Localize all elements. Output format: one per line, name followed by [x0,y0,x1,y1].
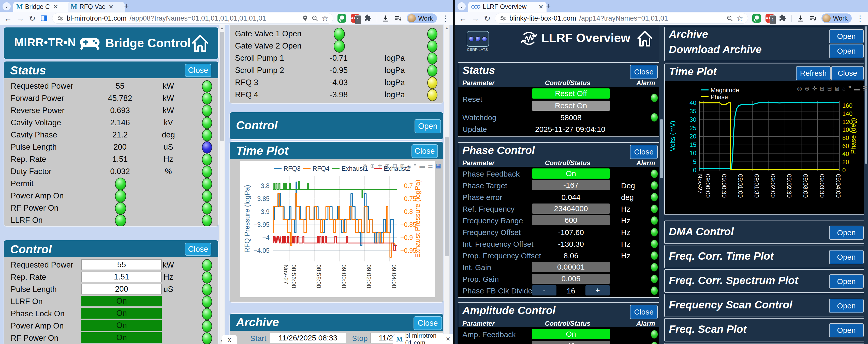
column-scrollbar[interactable] [659,25,664,344]
toggle-on-button[interactable]: On [82,320,162,331]
notification-close-box[interactable]: x [222,335,237,344]
extensions-puzzle-icon[interactable] [779,14,787,22]
tab-close-icon[interactable]: ✕ [538,3,544,10]
zoom-out-icon[interactable]: ⊟ [827,85,832,92]
value-field[interactable]: 600 [532,215,610,226]
scrollbar-thumb[interactable] [445,137,448,256]
evernote-extension-icon[interactable] [752,14,761,23]
scrollbar-thumb[interactable] [660,119,663,178]
hover-compare-icon[interactable]: ▬ [854,85,860,92]
back-icon[interactable]: ← [459,14,467,22]
address-bar[interactable]: blinky-lite-box-01.com/app14?trayNames=0… [495,13,748,23]
browser-menu-icon[interactable]: ⋮ [856,14,864,23]
value-field[interactable]: 23464000 [532,204,610,214]
new-tab-button[interactable]: + [544,2,553,11]
vacuum-time-plot-chart[interactable]: −3.8−3.85−3.9−3.95−4−4.05−0.7−0.75−0.8−0… [240,161,435,297]
close-button[interactable]: Close [411,144,438,158]
on-toggle-button[interactable]: On [532,329,610,339]
reset-axes-icon[interactable]: ⌂ [407,163,411,169]
red-extension-icon[interactable]: ●●● 1 [766,14,774,23]
scroll-up-icon[interactable]: ▲ [444,25,450,31]
value-field[interactable]: 40 [532,341,610,344]
open-button[interactable]: Open [829,299,864,313]
pan-icon[interactable]: ✛ [378,163,382,169]
tab-search-button[interactable]: ⌄ [458,2,466,10]
site-settings-icon[interactable] [57,15,64,22]
downloads-icon[interactable] [382,14,390,22]
toggle-on-button[interactable]: On [82,308,162,319]
camera-icon[interactable]: ◎ [797,85,802,92]
location-pin-icon[interactable] [302,15,309,22]
profile-chip[interactable]: Work [407,13,437,23]
bookmark-star-icon[interactable]: ☆ [321,14,328,22]
refresh-button[interactable]: Refresh [796,66,831,80]
tab-close-icon[interactable]: ✕ [108,3,114,10]
scroll-up-icon[interactable]: ▲ [219,25,224,31]
home-icon[interactable] [191,33,209,54]
site-settings-icon[interactable] [500,15,506,22]
home-icon[interactable] [637,29,653,48]
toggle-on-button[interactable]: On [82,332,162,343]
close-button[interactable]: Close [413,316,442,330]
scrollbar-thumb[interactable] [220,32,224,141]
zoom-out-icon[interactable]: ⊟ [393,163,397,169]
reset-off-button[interactable]: Reset Off [532,89,610,99]
close-button[interactable]: Close [831,66,864,80]
close-button[interactable]: Close [185,243,211,256]
on-toggle-button[interactable]: On [532,168,610,179]
camera-icon[interactable]: ◎ [363,163,367,169]
llrf-time-plot-chart[interactable]: 051015202530354002040608010012014016009:… [666,84,863,213]
reload-icon[interactable]: ↻ [29,14,36,22]
side-panel-icon[interactable] [40,14,48,22]
downloads-icon[interactable] [797,14,804,22]
open-button[interactable]: Open [829,323,864,337]
forward-icon[interactable]: → [471,14,479,22]
zoom-icon[interactable]: ⊕ [370,163,375,169]
tab-bridge-control[interactable]: M Bridge C ✕ [13,2,72,12]
decrement-button[interactable]: - [532,285,556,296]
tab-llrf-overview[interactable]: LLRF Overview ✕ [468,2,547,12]
red-extension-icon[interactable]: ●●● 1 [351,14,359,23]
value-field[interactable]: 0.00001 [532,262,610,272]
bookmark-star-icon[interactable]: ☆ [736,14,743,22]
reset-axes-icon[interactable]: ⌂ [842,85,845,92]
address-bar[interactable]: bl-mirrotron-01.com/app08?trayNames=01,0… [52,13,333,23]
close-button[interactable]: Close [185,64,211,77]
zoom-in-icon[interactable]: ⊞ [385,163,390,169]
start-datetime-input[interactable]: 11/26/2025 08:33 [270,333,346,343]
tab-search-button[interactable]: ⌄ [3,2,11,10]
reading-list-icon[interactable] [809,14,817,22]
forward-icon[interactable]: → [17,14,24,22]
hover-closest-icon[interactable]: ❞ [848,85,851,92]
reset-on-button[interactable]: Reset On [532,101,610,111]
column-scrollbar[interactable]: ▲ ▼ [444,25,450,344]
autoscale-icon[interactable]: ⊠ [835,85,839,92]
close-button[interactable]: Close [630,145,658,159]
plotly-logo-icon[interactable]: ▦ [436,163,441,169]
open-button[interactable]: Open [829,250,864,264]
tab-close-icon[interactable]: ✕ [53,3,58,10]
hover-closest-icon[interactable]: ❞ [414,163,417,169]
profile-chip[interactable]: Work [822,13,852,23]
close-button[interactable]: Close [630,305,658,319]
reload-icon[interactable]: ↻ [484,14,491,22]
open-button[interactable]: Open [829,29,864,43]
spikelines-icon[interactable]: ☰ [863,85,868,92]
zoom-in-icon[interactable]: ⊞ [820,85,824,92]
open-button[interactable]: Open [829,226,864,240]
spikelines-icon[interactable]: ☰ [428,163,433,169]
new-tab-button[interactable]: + [122,2,131,11]
open-button[interactable]: Open [829,274,864,288]
close-button[interactable]: Close [630,65,658,79]
tab-rfq-vacuum[interactable]: M RFQ Vac ✕ [68,2,125,12]
page-scrollbar[interactable] [864,25,868,344]
extensions-puzzle-icon[interactable] [364,14,372,22]
increment-button[interactable]: + [585,285,610,296]
evernote-extension-icon[interactable] [338,14,346,23]
autoscale-icon[interactable]: ⊠ [400,163,405,169]
zoom-indicator-icon[interactable] [726,15,733,22]
back-icon[interactable]: ← [4,14,12,22]
toggle-on-button[interactable]: On [82,296,162,306]
zoom-indicator-icon[interactable] [312,15,318,22]
value-field[interactable]: -167 [532,180,610,190]
